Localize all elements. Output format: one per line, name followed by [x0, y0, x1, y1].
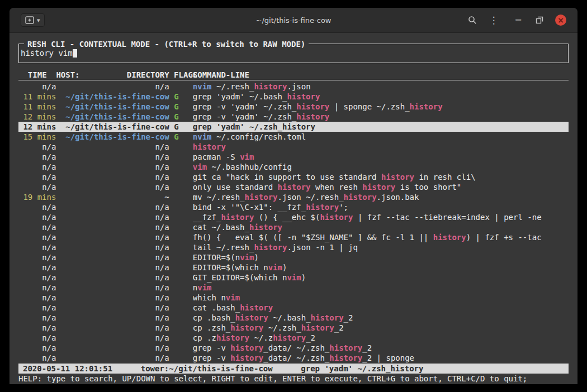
history-row[interactable]: n/an/agrep -v history_data/ ~/.zsh_histo… — [18, 353, 569, 363]
history-row[interactable]: 15 mins~/git/this-is-fine-cowGnvim ~/.co… — [18, 132, 569, 142]
history-row[interactable]: n/an/aGIT_EDITOR=$(which nvim) — [18, 273, 569, 283]
search-button[interactable] — [463, 11, 481, 29]
command-match-text: history — [433, 233, 466, 242]
row-command: tail ~/.resh_history.json -n 1 | jq — [193, 242, 569, 252]
command-text: ) — [301, 273, 306, 282]
command-text: fh() { eval $( ([ -n "$ZSH_NAME" ] && fc… — [193, 233, 433, 242]
row-flags — [169, 212, 193, 222]
history-row[interactable]: n/an/apacman -S vim — [18, 152, 569, 162]
search-icon — [468, 16, 477, 25]
row-flags — [169, 313, 193, 323]
command-text: is too short" — [395, 183, 461, 192]
history-row[interactable]: 19 mins~mv ~/.resh_history.json ~/.resh_… — [18, 192, 569, 202]
command-text: _2 — [306, 333, 315, 342]
command-match-text: history — [216, 333, 249, 342]
new-tab-button[interactable]: ▾ — [21, 13, 45, 27]
desktop-background: ▾ ~/git/this-is-fine-cow ⋮ − — [0, 0, 587, 392]
history-row[interactable]: n/an/anvim — [18, 283, 569, 293]
row-flags — [169, 343, 193, 353]
history-row[interactable]: n/an/aEDITOR=$(nvim) — [18, 252, 569, 262]
window-title: ~/git/this-is-fine-cow — [256, 16, 332, 25]
row-host-directory: n/a — [56, 82, 169, 92]
history-row[interactable]: n/an/avim ~/.bashhub/config — [18, 162, 569, 172]
row-time: n/a — [18, 222, 56, 232]
row-command: grep -v history_data/ ~/.zsh_history_2 — [193, 343, 569, 353]
history-row[interactable]: n/an/awhich nvim — [18, 293, 569, 303]
history-row[interactable]: 11 mins~/git/this-is-fine-cowGgrep -v 'y… — [18, 102, 569, 112]
new-tab-icon — [25, 16, 34, 24]
history-row[interactable]: n/an/acat ~/.bash_history — [18, 222, 569, 232]
row-command: fh() { eval $( ([ -n "$ZSH_NAME" ] && fc… — [193, 232, 569, 242]
text-cursor — [73, 49, 77, 58]
history-row[interactable]: n/an/acat .bash_history — [18, 303, 569, 313]
command-match-text: vim — [226, 293, 240, 302]
command-match-text: vim — [268, 263, 282, 272]
history-row[interactable]: n/an/aonly use standard history when res… — [18, 182, 569, 192]
row-command: nvim ~/.resh_history.json — [193, 82, 569, 92]
row-host-directory: n/a — [56, 222, 169, 232]
history-row[interactable]: n/an/ahistory — [18, 142, 569, 152]
minimize-icon: − — [514, 16, 522, 25]
history-row[interactable]: n/an/atail ~/.resh_history.json -n 1 | j… — [18, 242, 569, 252]
column-header-flags: FLAGS — [169, 70, 193, 80]
column-header-time: TIME — [18, 70, 56, 80]
row-flags: G — [169, 112, 193, 122]
row-flags: G — [169, 92, 193, 102]
row-flags — [169, 333, 193, 343]
history-row[interactable]: n/an/abind -x '"\C-x1": __fzf_history'; — [18, 202, 569, 212]
row-command: grep -v 'yadm' ~/.zsh_history | sponge ~… — [193, 102, 569, 112]
titlebar[interactable]: ▾ ~/git/this-is-fine-cow ⋮ − — [10, 8, 577, 33]
terminal-content: RESH CLI - CONTEXTUAL MODE - (CTRL+R to … — [10, 33, 577, 384]
history-row[interactable]: 12 mins~/git/this-is-fine-cowGgrep -v 'y… — [18, 112, 569, 122]
command-text: cp .zsh_ — [193, 323, 230, 332]
row-host-directory: n/a — [56, 333, 169, 343]
command-text: grep -v 'yadm' ~/.zsh_ — [193, 112, 296, 121]
status-command: grep 'yadm' ~/.zsh_history — [301, 364, 423, 374]
restore-button[interactable] — [531, 11, 548, 29]
row-host-directory: n/a — [56, 142, 169, 152]
column-header-command: COMMAND-LINE — [193, 70, 569, 80]
minimize-button[interactable]: − — [509, 11, 527, 29]
command-text: .json.bak — [377, 193, 419, 202]
row-flags — [169, 242, 193, 252]
command-match-text: history — [245, 193, 278, 202]
history-table-header: TIME HOST:DIRECTORY FLAGS COMMAND-LINE — [18, 70, 569, 80]
row-host-directory: n/a — [56, 303, 169, 313]
row-time: n/a — [18, 152, 56, 162]
history-row[interactable]: n/an/afh() { eval $( ([ -n "$ZSH_NAME" ]… — [18, 232, 569, 242]
command-text: __fzf_ — [193, 213, 221, 222]
row-command: nvim — [193, 283, 569, 293]
row-flags — [169, 273, 193, 283]
command-text: in resh cli\ — [414, 173, 476, 181]
menu-button[interactable]: ⋮ — [485, 11, 503, 29]
history-row[interactable]: n/an/acp .zhistory ~/.zhistory_2 — [18, 333, 569, 343]
history-row[interactable]: n/an/agit ca "hack in support to use sta… — [18, 172, 569, 182]
command-match-text: vim — [197, 283, 211, 292]
row-command: cp .zhistory ~/.zhistory_2 — [193, 333, 569, 343]
history-row[interactable]: n/an/acp .bash_history ~/.bash_history_2 — [18, 313, 569, 323]
history-row[interactable]: n/an/aEDITOR=$(which nvim) — [18, 262, 569, 273]
history-row[interactable]: n/an/acp .zsh_history ~/.zsh_history_2 — [18, 323, 569, 333]
history-row[interactable]: n/an/a__fzf_history () { __ehc $(history… — [18, 212, 569, 222]
history-row[interactable]: n/an/anvim ~/.resh_history.json — [18, 82, 569, 92]
close-button[interactable]: × — [552, 11, 570, 29]
command-match-text: history — [230, 343, 263, 352]
history-row-selected[interactable]: 12 mins~/git/this-is-fine-cowGgrep 'yadm… — [18, 122, 569, 132]
row-host-directory: n/a — [56, 353, 169, 363]
row-flags — [169, 283, 193, 293]
row-command: which nvim — [193, 293, 569, 303]
row-host-directory: n/a — [56, 172, 169, 182]
row-time: n/a — [18, 343, 56, 353]
command-match-text: vim — [193, 162, 207, 171]
command-text: cat ~/.bash_ — [193, 223, 249, 232]
command-match-text: history — [320, 213, 353, 222]
command-match-text: history — [240, 303, 273, 312]
history-row[interactable]: n/an/agrep -v history_data/ ~/.zsh_histo… — [18, 343, 569, 353]
row-command: GIT_EDITOR=$(which nvim) — [193, 273, 569, 283]
command-match-text: nvim — [193, 132, 212, 141]
command-text: _2 | sponge — [362, 353, 414, 362]
row-time: n/a — [18, 262, 56, 273]
command-match-text: vim — [240, 152, 254, 161]
history-row[interactable]: 11 mins~/git/this-is-fine-cowGgrep 'yadm… — [18, 92, 569, 102]
row-host-directory: n/a — [56, 293, 169, 303]
